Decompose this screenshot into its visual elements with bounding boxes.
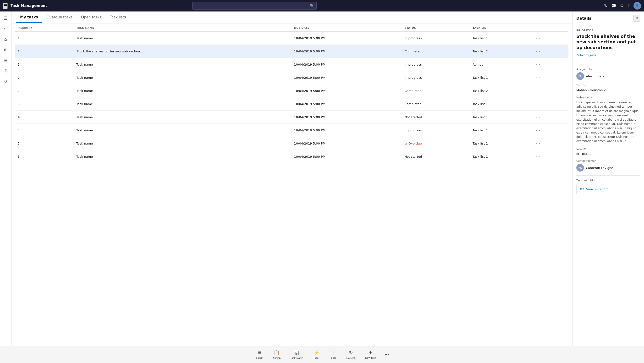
settings-button[interactable]: ⚙	[620, 3, 624, 8]
assign-icon: 📋	[274, 350, 280, 355]
tasklist-cell: Task list 2	[470, 84, 532, 97]
top-nav-actions: ↻ 💬 ⚙ ? 👤	[604, 2, 641, 10]
sidebar-item-home[interactable]: ⌂	[2, 35, 10, 44]
tasklist-cell: Task list 1	[470, 97, 532, 111]
main-layout: ☰ ← ⌂ ⊞ ≡ 📋 0 My tasks Overdue tasks Ope…	[0, 12, 644, 346]
hamburger-button[interactable]: ☰	[3, 3, 8, 9]
row-more-button[interactable]: ⋯	[534, 101, 542, 107]
toolbar-select-button[interactable]: ≡ Select	[251, 348, 268, 361]
chat-button[interactable]: 💬	[611, 3, 616, 8]
row-more-button[interactable]: ⋯	[534, 35, 542, 41]
priority-cell: 4	[15, 111, 74, 124]
tasklist-cell: Task list 1	[470, 150, 532, 163]
table-row[interactable]: 1 Stock the shelves of the new sub secti…	[15, 45, 568, 58]
select-icon: ≡	[258, 350, 261, 355]
toolbar-refresh-button[interactable]: ↻ Refresh	[342, 348, 360, 361]
more-cell: ⋯	[532, 58, 569, 71]
row-more-button[interactable]: ⋯	[534, 140, 542, 146]
tasklist-cell: Task list 1	[470, 71, 532, 84]
col-priority: Priority	[15, 24, 74, 32]
sidebar-item-tasks[interactable]: 📋	[2, 67, 10, 75]
more-cell: ⋯	[532, 97, 569, 111]
table-row[interactable]: 1 Task name 10/04/2019 5:00 PM In progre…	[15, 58, 568, 71]
sidebar-item-menu[interactable]: ☰	[2, 14, 10, 23]
divider-2	[576, 175, 640, 176]
taskname-cell: Stock the shelves of the new sub section…	[74, 45, 292, 58]
table-row[interactable]: 5 Task name 10/04/2019 5:00 PM Overdue T…	[15, 137, 568, 150]
row-more-button[interactable]: ⋯	[534, 114, 542, 120]
toolbar-newtask-button[interactable]: + New task	[360, 348, 381, 361]
table-row[interactable]: 5 Task name 10/04/2019 5:00 PM Not start…	[15, 150, 568, 163]
taskname-cell: Task name	[74, 58, 292, 71]
task-link-label: Task link - URL	[576, 179, 640, 182]
tasklist-cell: Task list 1	[470, 32, 532, 45]
row-more-button[interactable]: ⋯	[534, 61, 542, 68]
filter-label: Filter	[314, 356, 319, 359]
detail-assigned-section: Assigned to FL Alex Eggerer	[576, 68, 640, 80]
location-label: Location	[576, 147, 640, 150]
status-spin-icon: ↻	[576, 53, 579, 57]
table-row[interactable]: 4 Task name 10/04/2019 5:00 PM Not start…	[15, 111, 568, 124]
more-cell: ⋯	[532, 124, 569, 137]
table-row[interactable]: 3 Task name 10/04/2019 5:00 PM Completed…	[15, 97, 568, 111]
row-more-button[interactable]: ⋯	[534, 88, 542, 94]
tab-open-tasks[interactable]: Open tasks	[77, 12, 105, 23]
assignee-avatar: FL	[576, 72, 584, 80]
toolbar-more-button[interactable]: •••	[381, 350, 393, 359]
row-more-button[interactable]: ⋯	[534, 153, 542, 160]
instructions-label: Instructions	[576, 96, 640, 99]
table-row[interactable]: 2 Task name 10/04/2019 5:00 PM Completed…	[15, 84, 568, 97]
sort-label: Sort	[331, 356, 336, 359]
detail-location-section: Location ⊞ Houston	[576, 147, 640, 156]
sidebar-item-zero[interactable]: 0	[2, 77, 10, 86]
view-report-text: View X-Report	[586, 187, 608, 191]
sidebar-item-list[interactable]: ≡	[2, 56, 10, 65]
tasklist-cell: Task list 1	[470, 137, 532, 150]
priority-cell: 5	[15, 150, 74, 163]
status-td: Completed	[402, 97, 470, 111]
report-icon: 👁	[580, 187, 584, 192]
search-input[interactable]	[195, 4, 310, 8]
status-cell: Not started	[404, 115, 422, 119]
instructions-text: Lorem ipsum dolor sit amet, consectetur …	[576, 100, 640, 143]
row-more-button[interactable]: ⋯	[534, 74, 542, 81]
duedate-cell: 10/04/2019 5:00 PM	[292, 58, 402, 71]
toolbar-assign-button[interactable]: 📋 Assign	[268, 348, 285, 361]
more-cell: ⋯	[532, 150, 569, 163]
row-more-button[interactable]: ⋯	[534, 127, 542, 133]
details-body: Priority 1 Stock the shelves of the new …	[572, 25, 644, 346]
tab-task-lists[interactable]: Task lists	[106, 12, 130, 23]
avatar[interactable]: 👤	[634, 2, 641, 10]
tab-my-tasks[interactable]: My tasks	[16, 12, 42, 23]
status-td: Not started	[402, 150, 470, 163]
table-row[interactable]: 4 Task name 10/04/2019 5:00 PM In progre…	[15, 124, 568, 137]
toolbar-sort-button[interactable]: ↕ Sort	[325, 348, 342, 361]
status-cell: Completed	[404, 89, 421, 93]
refresh-button[interactable]: ↻	[604, 3, 608, 8]
table-row[interactable]: 2 Task name 10/04/2019 5:00 PM In progre…	[15, 71, 568, 84]
sidebar-item-apps[interactable]: ⊞	[2, 46, 10, 54]
select-label: Select	[256, 356, 263, 359]
detail-contact-section: Contact person FL Cameron Levigne	[576, 159, 640, 172]
toolbar-filter-button[interactable]: ⚡ Filter	[308, 348, 325, 361]
row-more-button[interactable]: ⋯	[534, 48, 542, 54]
toolbar-taskstatus-button[interactable]: 📊 Task status	[285, 348, 308, 361]
table-header-row: Priority Task name Due date Status Task …	[15, 24, 568, 32]
view-report-button[interactable]: 👁 View X-Report ›	[576, 184, 640, 194]
priority-cell: 4	[15, 124, 74, 137]
sidebar-item-back[interactable]: ←	[2, 25, 10, 33]
priority-cell: 1	[15, 32, 74, 45]
app-title: Task Management	[10, 4, 47, 8]
zero-label: 0	[4, 79, 7, 84]
taskname-cell: Task name	[74, 84, 292, 97]
sort-icon: ↕	[332, 350, 334, 355]
tab-overdue-tasks[interactable]: Overdue tasks	[43, 12, 76, 23]
task-list-value: Mohan - Houston 2	[576, 88, 640, 92]
details-collapse-button[interactable]: ⊟	[634, 15, 640, 22]
contact-person: FL Cameron Levigne	[576, 164, 640, 172]
taskstatus-label: Task status	[290, 356, 303, 359]
table-row[interactable]: 1 Task name 10/04/2019 5:00 PM In progre…	[15, 32, 568, 45]
assignee-name: Alex Eggerer	[586, 74, 606, 78]
help-button[interactable]: ?	[628, 3, 630, 8]
newtask-icon: +	[369, 350, 372, 355]
